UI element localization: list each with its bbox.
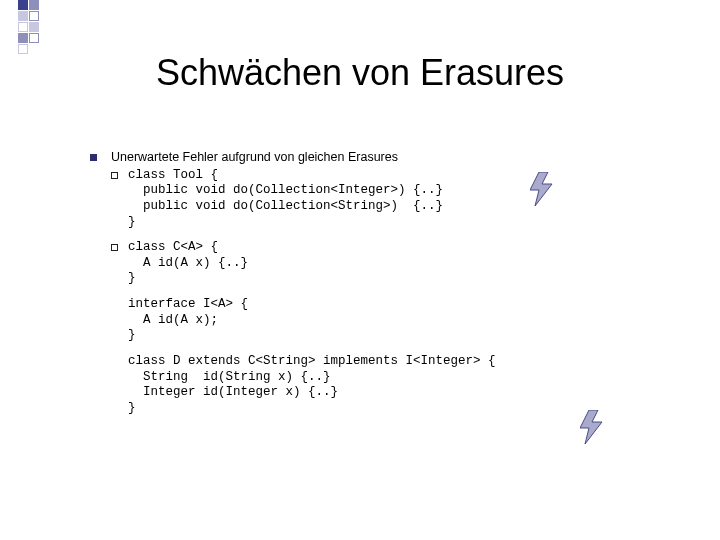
lightning-icon (580, 410, 604, 444)
bullet-open-icon (111, 172, 118, 179)
slide-title: Schwächen von Erasures (0, 52, 720, 94)
code-block-3: interface I<A> { A id(A x); } (128, 297, 690, 344)
bullet-text: Unerwartete Fehler aufgrund von gleichen… (111, 150, 398, 166)
svg-marker-0 (530, 172, 552, 206)
lightning-icon (530, 172, 554, 206)
code-block-4: class D extends C<String> implements I<I… (128, 354, 690, 417)
code-block-1: class Tool { public void do(Collection<I… (128, 168, 443, 231)
svg-marker-1 (580, 410, 602, 444)
bullet-square-icon (90, 154, 97, 161)
code-block-2: class C<A> { A id(A x) {..} } (128, 240, 248, 287)
bullet-open-icon (111, 244, 118, 251)
slide-content: Unerwartete Fehler aufgrund von gleichen… (90, 150, 690, 426)
